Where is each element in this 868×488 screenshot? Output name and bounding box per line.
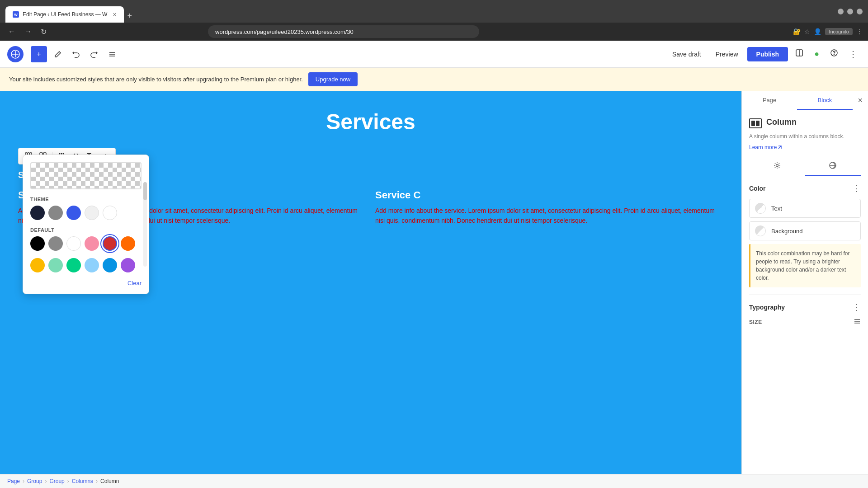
- scrollbar-thumb: [143, 182, 147, 200]
- extensions-icon[interactable]: 🔐: [793, 28, 801, 35]
- help-button[interactable]: [826, 46, 842, 62]
- redo-button[interactable]: [87, 48, 101, 61]
- bookmark-icon[interactable]: ☆: [804, 28, 810, 35]
- refresh-button[interactable]: ↻: [38, 26, 49, 38]
- layout-button[interactable]: [792, 46, 807, 62]
- breadcrumb-column: Column: [100, 478, 119, 484]
- color-section-header: Color ⋮: [749, 183, 861, 193]
- clear-color-link[interactable]: Clear: [30, 280, 142, 286]
- breadcrumb-page[interactable]: Page: [7, 478, 20, 484]
- service-c-text: Add more info about the service. Lorem i…: [375, 206, 723, 226]
- wp-logo[interactable]: [7, 46, 24, 62]
- typography-header: Typography ⋮: [749, 302, 861, 312]
- swatch-white2[interactable]: [66, 236, 81, 251]
- right-sidebar: Page Block × Column A single column with…: [741, 91, 868, 474]
- active-tab[interactable]: W Edit Page ‹ UI Feed Business — W ×: [5, 6, 124, 23]
- swatch-medium-gray[interactable]: [48, 236, 63, 251]
- breadcrumb-sep-4: ›: [96, 478, 98, 484]
- color-picker-scrollbar[interactable]: [143, 182, 147, 267]
- swatch-black[interactable]: [30, 236, 45, 251]
- publish-button[interactable]: Publish: [747, 47, 788, 61]
- address-bar: ← → ↻ 🔐 ☆ 👤 Incognito ⋮: [0, 23, 868, 41]
- sidebar-close-btn[interactable]: ×: [853, 92, 868, 109]
- tab-page[interactable]: Page: [742, 91, 797, 110]
- background-color-row[interactable]: Background: [749, 221, 861, 240]
- swatch-pink[interactable]: [85, 236, 99, 251]
- swatch-white[interactable]: [103, 206, 117, 220]
- swatch-light-green[interactable]: [48, 258, 63, 272]
- editor-main: Services: [0, 91, 868, 474]
- minimize-btn[interactable]: [838, 9, 844, 14]
- window-controls: [838, 9, 863, 14]
- size-section: SIZE: [749, 318, 861, 326]
- column-block-icon: [749, 118, 762, 128]
- tab-title: Edit Page ‹ UI Feed Business — W: [23, 11, 107, 18]
- browser-tabs: W Edit Page ‹ UI Feed Business — W × +: [5, 0, 834, 23]
- swatch-blue[interactable]: [66, 206, 81, 220]
- maximize-btn[interactable]: [847, 9, 853, 14]
- address-bar-right: 🔐 ☆ 👤 Incognito ⋮: [793, 28, 863, 35]
- address-input[interactable]: [208, 25, 479, 38]
- new-tab-button[interactable]: +: [124, 9, 136, 23]
- settings-tab[interactable]: [749, 158, 805, 176]
- breadcrumb-group2[interactable]: Group: [49, 478, 64, 484]
- svg-point-3: [834, 54, 835, 55]
- text-color-row[interactable]: Text: [749, 199, 861, 218]
- block-description: A single column within a columns block.: [749, 132, 861, 141]
- swatch-green[interactable]: [66, 258, 81, 272]
- theme-section-label: THEME: [30, 197, 142, 202]
- services-page-title: Services: [18, 109, 723, 134]
- breadcrumb: Page › Group › Group › Columns › Column: [0, 474, 868, 488]
- color-preview-box: [30, 162, 142, 189]
- breadcrumb-columns[interactable]: Columns: [72, 478, 93, 484]
- more-menu-button[interactable]: ⋮: [845, 47, 861, 62]
- preview-button[interactable]: Preview: [710, 48, 744, 61]
- swatch-bright-blue[interactable]: [103, 258, 117, 272]
- swatch-purple[interactable]: [121, 258, 135, 272]
- tab-block[interactable]: Block: [797, 91, 852, 110]
- color-picker-popup: THEME DEFAULT: [23, 155, 149, 294]
- save-draft-button[interactable]: Save draft: [667, 48, 707, 61]
- upgrade-button[interactable]: Upgrade now: [308, 72, 358, 86]
- close-btn[interactable]: [857, 9, 863, 14]
- theme-color-swatches: [30, 206, 142, 220]
- background-color-dot: [755, 225, 766, 236]
- breadcrumb-sep-2: ›: [45, 478, 47, 484]
- swatch-gray[interactable]: [48, 206, 63, 220]
- swatch-yellow[interactable]: [30, 258, 45, 272]
- edit-button[interactable]: [51, 48, 65, 61]
- default-color-swatches-row1: [30, 236, 142, 251]
- swatch-dark-navy[interactable]: [30, 206, 45, 220]
- sidebar-content: Column A single column within a columns …: [742, 110, 868, 474]
- typography-section: Typography ⋮ SIZE: [749, 295, 861, 326]
- breadcrumb-sep-1: ›: [23, 478, 24, 484]
- back-button[interactable]: ←: [5, 26, 18, 38]
- wp-toolbar: + Save draft Preview Publish: [0, 41, 868, 68]
- tab-favicon: W: [13, 11, 19, 18]
- learn-more-link[interactable]: Learn more: [749, 144, 861, 150]
- menu-dots-icon[interactable]: ⋮: [856, 28, 863, 35]
- typography-title: Typography: [749, 304, 785, 311]
- breadcrumb-group1[interactable]: Group: [27, 478, 42, 484]
- list-view-button[interactable]: [105, 48, 119, 61]
- notification-bar: Your site includes customized styles tha…: [0, 68, 868, 91]
- swatch-light-gray[interactable]: [85, 206, 99, 220]
- forward-button[interactable]: →: [22, 26, 34, 38]
- add-block-button[interactable]: +: [31, 46, 47, 62]
- size-options-button[interactable]: [854, 318, 861, 326]
- color-options-button[interactable]: ⋮: [853, 183, 861, 193]
- editor-canvas: Services: [0, 91, 741, 474]
- green-plugin-icon[interactable]: ●: [811, 47, 823, 61]
- tab-close-btn[interactable]: ×: [113, 11, 116, 18]
- profile-icon[interactable]: 👤: [814, 28, 821, 35]
- typography-more-button[interactable]: ⋮: [853, 302, 861, 312]
- swatch-sky-blue[interactable]: [85, 258, 99, 272]
- undo-button[interactable]: [69, 48, 83, 61]
- inner-tabs: [749, 158, 861, 176]
- swatch-orange[interactable]: [121, 236, 135, 251]
- size-label: SIZE: [749, 319, 762, 325]
- swatch-red[interactable]: [103, 236, 117, 251]
- incognito-badge: Incognito: [825, 28, 853, 35]
- service-c-item: Service C Add more info about the servic…: [375, 189, 723, 226]
- style-tab[interactable]: [805, 158, 861, 176]
